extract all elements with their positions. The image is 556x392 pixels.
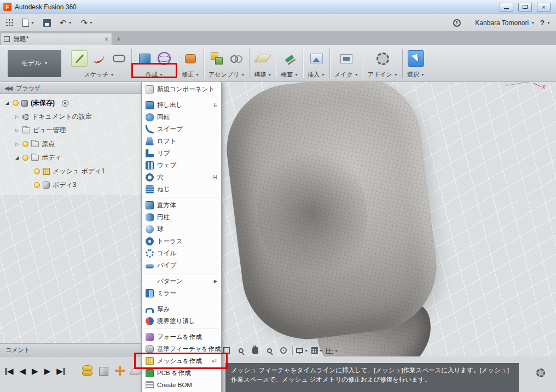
tree-item-origin[interactable]: ▷ 原点 — [0, 137, 141, 151]
visibility-bulb-icon[interactable] — [22, 155, 28, 161]
addins-menu-button[interactable]: アドイン▼ — [368, 71, 398, 79]
timeline-plane-feature-icon[interactable] — [130, 364, 142, 377]
undo-button[interactable]: ↶▼ — [60, 18, 72, 28]
menu-item-create-bom[interactable]: Create BOM — [142, 379, 221, 391]
viewports-button[interactable]: ▼ — [326, 345, 338, 356]
create-menu-button[interactable]: 作成▼ — [146, 71, 163, 79]
menu-item-rib[interactable]: リブ — [142, 147, 221, 159]
modify-menu-button[interactable]: 修正▼ — [182, 71, 199, 79]
menu-item-coil[interactable]: コイル — [142, 247, 221, 259]
redo-button[interactable]: ↷▼ — [80, 18, 93, 28]
make-icon[interactable] — [338, 50, 355, 67]
timeline-play-button[interactable]: ▶ — [32, 366, 38, 376]
menu-item-thread[interactable]: ねじ — [142, 183, 221, 195]
menu-item-web[interactable]: ウェブ — [142, 159, 221, 171]
tree-item-document-settings[interactable]: ▷ ドキュメントの設定 — [0, 110, 141, 124]
save-button[interactable] — [43, 19, 51, 27]
menu-item-sweep[interactable]: スイープ — [142, 123, 221, 135]
measure-icon[interactable] — [281, 50, 298, 67]
browser-header[interactable]: ◀◀ ブラウザ — [0, 82, 141, 94]
joint-icon[interactable] — [228, 50, 245, 67]
zoom-button[interactable] — [264, 345, 275, 356]
select-menu-button[interactable]: 選択▼ — [407, 71, 425, 79]
construct-menu-button[interactable]: 構築▼ — [254, 71, 271, 79]
expand-triangle-icon[interactable]: ▷ — [14, 128, 20, 133]
timeline-step-back-button[interactable]: ◀ — [20, 366, 26, 376]
spline-icon[interactable] — [91, 50, 107, 67]
tree-item-view-management[interactable]: ▷ ビュー管理 — [0, 124, 141, 137]
display-settings-button[interactable]: ▼ — [296, 345, 308, 356]
expand-triangle-icon[interactable]: ▷ — [14, 114, 20, 119]
workspace-selector[interactable]: モデル ▼ — [8, 50, 61, 77]
insert-menu-button[interactable]: 挿入▼ — [308, 71, 325, 79]
tree-root-component[interactable]: ◢ (未保存) — [0, 96, 141, 110]
slot-icon[interactable] — [111, 50, 127, 67]
menu-item-loft[interactable]: ロフト — [142, 135, 221, 147]
menu-item-sphere[interactable]: 球 — [142, 223, 221, 235]
orbit-button[interactable] — [278, 345, 289, 356]
expand-triangle-icon[interactable]: ◢ — [14, 155, 20, 160]
visibility-bulb-icon[interactable] — [34, 182, 40, 188]
document-tab[interactable]: 無題* × — [0, 33, 112, 45]
timeline-go-end-button[interactable]: ▶ — [56, 366, 65, 376]
sketch-menu-button[interactable]: スケッチ▼ — [84, 71, 114, 79]
menu-item-thicken[interactable]: 厚み — [142, 303, 221, 315]
timeline-go-start-button[interactable]: ◀ — [5, 366, 14, 376]
user-menu-button[interactable]: Kanbara Tomonori▼ — [475, 19, 535, 27]
job-status-button[interactable] — [453, 19, 461, 27]
menu-item-revolve[interactable]: 回転 — [142, 111, 221, 123]
preferences-gear-icon[interactable] — [536, 368, 545, 377]
timeline-step-forward-button[interactable]: ▶ — [44, 366, 51, 376]
new-tab-button[interactable]: + — [112, 33, 125, 45]
menu-item-extrude[interactable]: 押し出しE — [142, 99, 221, 111]
collapse-panel-icon[interactable]: ◀◀ — [4, 85, 11, 92]
visibility-bulb-icon[interactable] — [34, 168, 40, 174]
create-box-icon[interactable] — [136, 50, 153, 67]
tree-item-bodies[interactable]: ◢ ボディ — [0, 151, 141, 165]
inspect-menu-button[interactable]: 検査▼ — [281, 71, 298, 79]
tree-item-body3[interactable]: ボディ3 — [0, 178, 141, 192]
restore-button[interactable] — [518, 3, 532, 11]
close-button[interactable]: × — [537, 3, 551, 11]
zoom-window-button[interactable] — [235, 345, 246, 356]
menu-item-pattern[interactable]: パターン▶ — [142, 275, 221, 287]
expand-triangle-icon[interactable]: ▷ — [14, 142, 20, 147]
menu-item-create-pcb[interactable]: PCB を作成 — [142, 367, 221, 379]
assembly-menu-button[interactable]: アセンブリ▼ — [208, 71, 245, 79]
press-pull-icon[interactable] — [182, 50, 199, 67]
comments-bar[interactable]: コメント — [0, 343, 141, 356]
app-grid-button[interactable] — [5, 19, 14, 27]
create-form-sphere-icon[interactable] — [156, 50, 172, 67]
timeline-bodies-feature-icon[interactable] — [81, 364, 93, 377]
tab-close-icon[interactable]: × — [105, 36, 108, 43]
activate-component-radio[interactable] — [62, 100, 68, 107]
fit-view-button[interactable] — [221, 345, 232, 356]
menu-item-cylinder[interactable]: 円柱 — [142, 211, 221, 223]
mesh-model-body[interactable] — [219, 69, 444, 347]
make-menu-button[interactable]: メイク▼ — [334, 71, 358, 79]
create-sketch-icon[interactable] — [71, 50, 88, 67]
pan-button[interactable] — [250, 345, 260, 356]
grid-snap-button[interactable]: ▼ — [311, 345, 323, 356]
menu-item-boundary-fill[interactable]: 境界塗り潰し — [142, 315, 221, 327]
menu-item-create-mesh[interactable]: メッシュを作成↵ — [142, 355, 221, 367]
menu-item-box[interactable]: 直方体 — [142, 199, 221, 211]
menu-item-torus[interactable]: トーラス — [142, 235, 221, 247]
menu-item-new-component[interactable]: 新規コンポーネント — [142, 83, 221, 95]
menu-item-mirror[interactable]: ミラー — [142, 287, 221, 299]
expand-triangle-icon[interactable]: ◢ — [4, 101, 10, 106]
select-cursor-icon[interactable] — [408, 50, 424, 67]
timeline-move-feature-icon[interactable] — [114, 364, 126, 377]
construction-plane-icon[interactable] — [254, 50, 271, 67]
new-component-icon[interactable] — [208, 50, 225, 67]
menu-item-hole[interactable]: 穴H — [142, 171, 221, 183]
menu-item-pipe[interactable]: パイプ — [142, 259, 221, 271]
addins-gear-icon[interactable] — [374, 50, 391, 67]
insert-image-icon[interactable] — [308, 50, 325, 67]
visibility-bulb-icon[interactable] — [22, 141, 28, 147]
tree-item-mesh-body[interactable]: メッシュ ボディ1 — [0, 165, 141, 178]
help-menu-button[interactable]: ?▼ — [540, 19, 551, 27]
menu-item-create-base-feature[interactable]: 基準フィーチャを作成 — [142, 343, 221, 355]
menu-item-create-form[interactable]: フォームを作成 — [142, 331, 221, 343]
minimize-button[interactable] — [500, 3, 513, 11]
